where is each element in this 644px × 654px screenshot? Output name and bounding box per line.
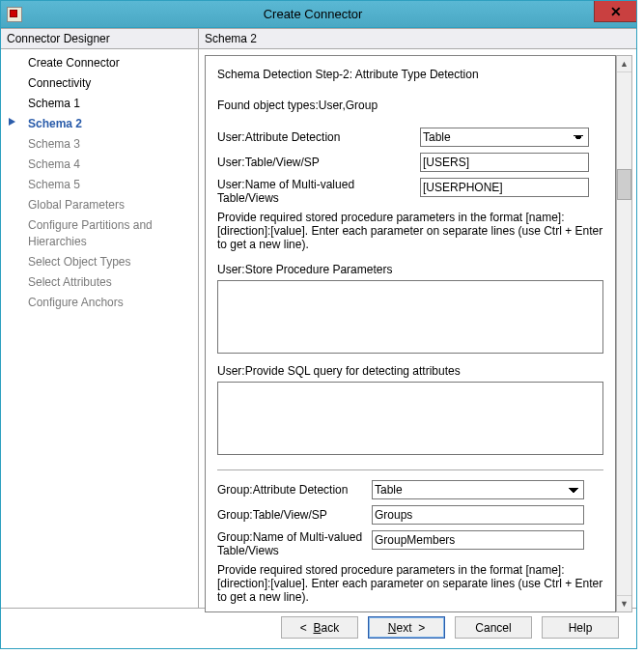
label-user-table: User:Table/View/SP: [217, 156, 420, 169]
hint-user-sp: Provide required stored procedure parame…: [217, 211, 603, 251]
nav-item-schema-4[interactable]: Schema 4: [1, 155, 198, 175]
scroll-thumb[interactable]: [617, 169, 631, 200]
nav-panel: Connector Designer Create Connector Conn…: [1, 28, 199, 608]
nav-item-configure-partitions[interactable]: Configure Partitions and Hierarchies: [1, 215, 198, 252]
nav-item-select-object-types[interactable]: Select Object Types: [1, 252, 198, 272]
close-icon: ✕: [610, 4, 622, 19]
back-button[interactable]: < Back: [281, 616, 358, 639]
row-group-table: Group:Table/View/SP: [217, 505, 603, 525]
input-group-table[interactable]: [372, 505, 584, 525]
app-icon: [7, 7, 22, 22]
close-button[interactable]: ✕: [594, 1, 636, 22]
nav-item-configure-anchors[interactable]: Configure Anchors: [1, 293, 198, 313]
combo-group-attr-detection[interactable]: Table: [372, 480, 584, 499]
input-group-multivalued[interactable]: [372, 530, 584, 550]
nav-item-schema-2[interactable]: Schema 2: [1, 114, 198, 134]
wizard-window: Create Connector ✕ Connector Designer Cr…: [0, 0, 637, 649]
nav-item-schema-3[interactable]: Schema 3: [1, 134, 198, 155]
label-user-attr-detection: User:Attribute Detection: [217, 130, 420, 144]
row-user-multivalued: User:Name of Multi-valued Table/Views: [217, 178, 603, 205]
content-scroll: Schema Detection Step-2: Attribute Type …: [199, 49, 636, 618]
content-wrap: Schema 2 Schema Detection Step-2: Attrib…: [199, 28, 636, 608]
nav-item-schema-1[interactable]: Schema 1: [1, 94, 198, 114]
found-object-types: Found object types:User,Group: [217, 99, 603, 112]
scroll-down-arrow-icon[interactable]: ▼: [617, 595, 631, 611]
content-scrollbar[interactable]: ▲ ▼: [616, 55, 632, 612]
textarea-user-sql[interactable]: [217, 382, 603, 455]
next-button[interactable]: Next >: [368, 616, 445, 639]
nav-list: Create Connector Connectivity Schema 1 S…: [1, 49, 198, 313]
nav-item-global-parameters[interactable]: Global Parameters: [1, 195, 198, 215]
label-group-table: Group:Table/View/SP: [217, 508, 372, 522]
row-group-attr-detection: Group:Attribute Detection Table: [217, 480, 603, 499]
titlebar: Create Connector ✕: [1, 1, 636, 28]
step-title: Schema Detection Step-2: Attribute Type …: [217, 68, 603, 81]
row-user-table: User:Table/View/SP: [217, 153, 603, 172]
help-button[interactable]: Help: [542, 616, 619, 639]
combo-user-attr-detection[interactable]: Table: [420, 128, 589, 147]
nav-item-select-attributes[interactable]: Select Attributes: [1, 272, 198, 293]
scroll-track[interactable]: [617, 72, 631, 595]
wizard-body: Connector Designer Create Connector Conn…: [1, 28, 636, 608]
nav-item-connectivity[interactable]: Connectivity: [1, 73, 198, 94]
nav-item-create-connector[interactable]: Create Connector: [1, 53, 198, 73]
input-user-table[interactable]: [420, 153, 589, 172]
content-panel: Schema Detection Step-2: Attribute Type …: [205, 55, 616, 612]
row-group-multivalued: Group:Name of Multi-valued Table/Views: [217, 530, 603, 557]
content-header: Schema 2: [199, 29, 636, 49]
label-user-sql: User:Provide SQL query for detecting att…: [217, 364, 603, 378]
label-user-multivalued: User:Name of Multi-valued Table/Views: [217, 178, 420, 205]
hint-group-sp: Provide required stored procedure parame…: [217, 563, 603, 604]
row-user-attr-detection: User:Attribute Detection Table: [217, 128, 603, 147]
window-title: Create Connector: [28, 7, 636, 21]
textarea-user-sp-params[interactable]: [217, 280, 603, 354]
label-group-multivalued: Group:Name of Multi-valued Table/Views: [217, 530, 372, 557]
input-user-multivalued[interactable]: [420, 178, 589, 197]
cancel-button[interactable]: Cancel: [455, 616, 532, 639]
nav-header: Connector Designer: [1, 29, 198, 49]
scroll-up-arrow-icon[interactable]: ▲: [617, 56, 631, 72]
section-divider: [217, 469, 603, 470]
nav-item-schema-5[interactable]: Schema 5: [1, 175, 198, 195]
label-group-attr-detection: Group:Attribute Detection: [217, 483, 372, 497]
label-user-sp-params: User:Store Procedure Parameters: [217, 263, 603, 276]
